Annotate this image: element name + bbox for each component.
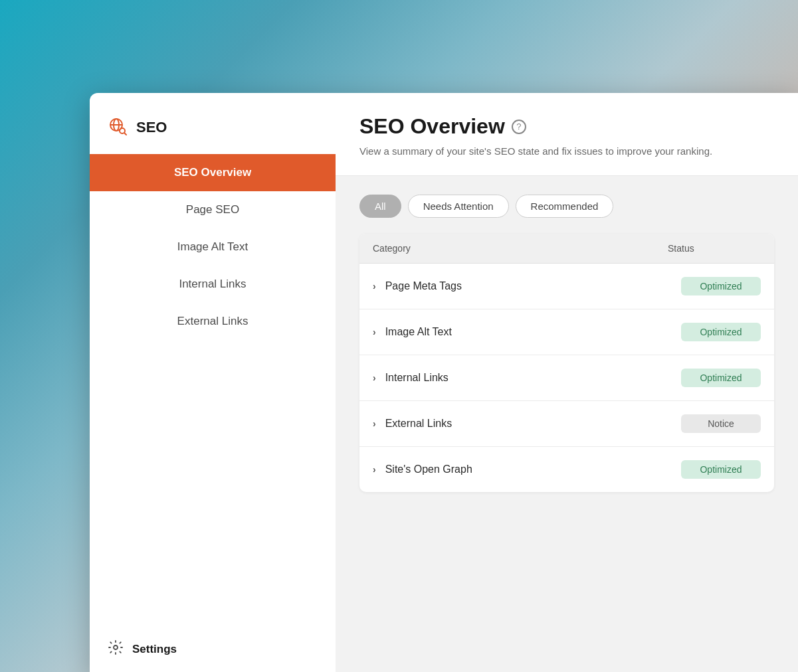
table-row[interactable]: › Page Meta Tags Optimized	[359, 264, 774, 309]
svg-line-4	[124, 133, 126, 135]
settings-label: Settings	[132, 643, 177, 656]
sidebar-settings[interactable]: Settings	[90, 627, 336, 672]
row-label: External Links	[385, 418, 681, 430]
sidebar-item-page-seo[interactable]: Page SEO	[90, 191, 336, 228]
status-badge: Optimized	[681, 460, 761, 479]
column-category: Category	[373, 243, 668, 254]
filter-all[interactable]: All	[359, 195, 401, 218]
sidebar-title: SEO	[136, 119, 167, 136]
page-subtitle: View a summary of your site's SEO state …	[359, 144, 774, 159]
status-badge: Notice	[681, 414, 761, 433]
svg-point-5	[114, 645, 118, 649]
sidebar-item-internal-links[interactable]: Internal Links	[90, 266, 336, 303]
main-header: SEO Overview ? View a summary of your si…	[336, 93, 798, 176]
settings-icon	[108, 640, 123, 659]
column-status: Status	[668, 243, 761, 254]
row-label: Internal Links	[385, 372, 681, 384]
sidebar-nav: SEO Overview Page SEO Image Alt Text Int…	[90, 154, 336, 340]
sidebar-item-seo-overview[interactable]: SEO Overview	[90, 154, 336, 191]
row-label: Image Alt Text	[385, 326, 681, 338]
table-row[interactable]: › External Links Notice	[359, 401, 774, 447]
chevron-right-icon: ›	[373, 373, 376, 383]
main-body: All Needs Attention Recommended Category…	[336, 176, 798, 673]
chevron-right-icon: ›	[373, 464, 376, 475]
filter-tabs: All Needs Attention Recommended	[359, 195, 774, 218]
table-row[interactable]: › Image Alt Text Optimized	[359, 309, 774, 355]
seo-table: Category Status › Page Meta Tags Optimiz…	[359, 234, 774, 492]
table-row[interactable]: › Site's Open Graph Optimized	[359, 447, 774, 492]
chevron-right-icon: ›	[373, 418, 376, 429]
main-content: SEO Overview ? View a summary of your si…	[336, 93, 798, 672]
status-badge: Optimized	[681, 277, 761, 295]
status-badge: Optimized	[681, 369, 761, 387]
status-badge: Optimized	[681, 323, 761, 341]
help-icon[interactable]: ?	[512, 120, 526, 134]
row-label: Site's Open Graph	[385, 463, 681, 475]
sidebar: SEO SEO Overview Page SEO Image Alt Text…	[90, 93, 336, 672]
filter-recommended[interactable]: Recommended	[516, 195, 614, 218]
page-title: SEO Overview	[359, 114, 505, 139]
table-header: Category Status	[359, 234, 774, 264]
filter-needs-attention[interactable]: Needs Attention	[408, 195, 509, 218]
sidebar-header: SEO	[90, 106, 336, 154]
chevron-right-icon: ›	[373, 281, 376, 292]
globe-search-icon	[108, 117, 127, 138]
table-row[interactable]: › Internal Links Optimized	[359, 355, 774, 401]
sidebar-item-external-links[interactable]: External Links	[90, 303, 336, 340]
row-label: Page Meta Tags	[385, 280, 681, 292]
sidebar-item-image-alt-text[interactable]: Image Alt Text	[90, 228, 336, 266]
chevron-right-icon: ›	[373, 327, 376, 337]
title-row: SEO Overview ?	[359, 114, 774, 139]
app-window: SEO SEO Overview Page SEO Image Alt Text…	[90, 93, 798, 672]
